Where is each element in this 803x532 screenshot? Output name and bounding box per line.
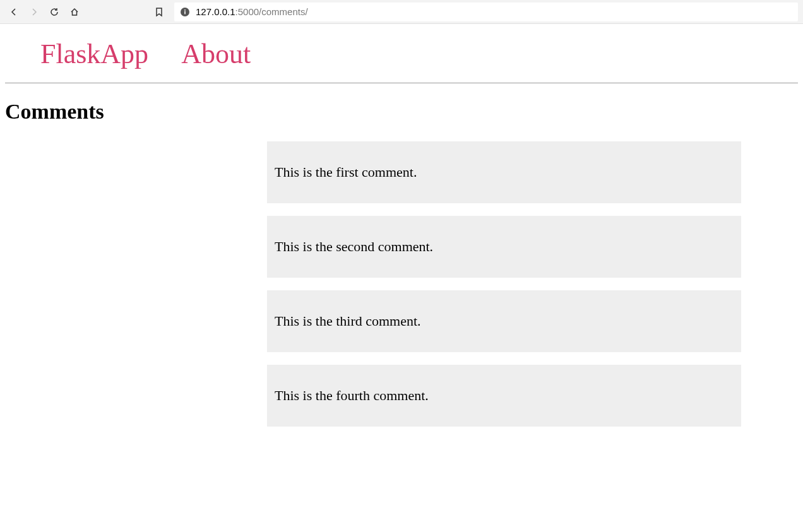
browser-toolbar: 127.0.0.1:5000/comments/: [0, 0, 803, 24]
nav-bar: FlaskApp About: [5, 24, 798, 83]
page-content: FlaskApp About Comments This is the firs…: [0, 24, 803, 427]
url-text: 127.0.0.1:5000/comments/: [196, 6, 308, 17]
home-icon[interactable]: [66, 3, 83, 21]
forward-icon: [25, 3, 43, 21]
address-bar[interactable]: 127.0.0.1:5000/comments/: [174, 3, 798, 21]
bookmark-icon[interactable]: [150, 3, 168, 21]
svg-rect-2: [184, 9, 186, 11]
comment-item: This is the second comment.: [267, 216, 741, 278]
comment-item: This is the third comment.: [267, 290, 741, 352]
svg-rect-1: [184, 11, 186, 14]
back-icon[interactable]: [5, 3, 23, 21]
nav-about-link[interactable]: About: [181, 38, 251, 69]
reload-icon[interactable]: [45, 3, 63, 21]
nav-brand-link[interactable]: FlaskApp: [40, 38, 148, 69]
comments-list: This is the first comment. This is the s…: [0, 141, 803, 427]
comment-item: This is the first comment.: [267, 141, 741, 203]
comment-item: This is the fourth comment.: [267, 365, 741, 427]
page-title: Comments: [5, 100, 803, 124]
site-info-icon[interactable]: [179, 6, 191, 18]
